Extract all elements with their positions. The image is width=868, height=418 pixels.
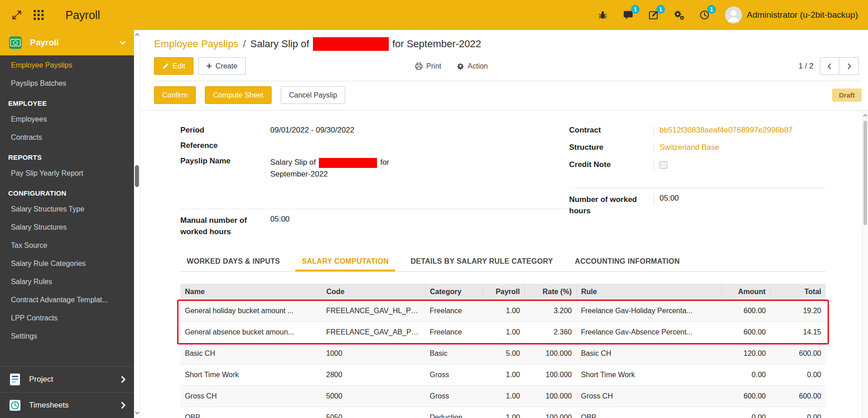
sidebar-item-salary-structures[interactable]: Salary Structures (0, 218, 134, 236)
cell-category: Gross (425, 364, 482, 386)
cell-payroll: 1.00 (482, 364, 525, 386)
column-header-category[interactable]: Category (425, 284, 482, 300)
spacer (569, 174, 826, 182)
apps-grid-icon[interactable] (32, 8, 45, 22)
sidebar-item-contract-advantage-templat[interactable]: Contract Advantage Templat... (0, 291, 134, 309)
cell-rate: 100.000 (525, 386, 576, 407)
previous-page-button[interactable] (820, 57, 839, 75)
messages-icon[interactable]: 1 (621, 8, 635, 22)
user-avatar[interactable] (725, 6, 742, 24)
scrollbar-up-arrow-icon[interactable] (134, 32, 140, 37)
bug-icon[interactable] (596, 8, 610, 22)
payslip-name-prefix: Salary Slip of (270, 158, 316, 167)
activities-icon[interactable]: 1 (647, 8, 660, 22)
timer-icon[interactable]: 1 (698, 8, 711, 22)
sidebar-item-salary-rule-categories[interactable]: Salary Rule Categories (0, 255, 134, 273)
cell-name: Short Time Work (180, 364, 322, 386)
table-row-highlighted[interactable]: General holiday bucket amount ...FREELAN… (180, 300, 826, 322)
cell-rule: Basic CH (576, 343, 721, 364)
sidebar-item-salary-structures-type[interactable]: Salary Structures Type (0, 200, 134, 218)
table-row[interactable]: Gross CH5000Gross1.00100.000Gross CH600.… (180, 386, 826, 407)
sidebar-item-tax-source[interactable]: Tax Source (0, 236, 134, 255)
cell-rate: 100.000 (525, 343, 576, 364)
field-reference: Reference (180, 138, 569, 153)
cell-total: 19.20 (770, 300, 826, 322)
tab-salary-computation[interactable]: SALARY COMPUTATION (295, 252, 395, 271)
content-area: Employee Payslips / Salary Slip of for S… (140, 30, 868, 418)
cell-name: Gross CH (180, 386, 322, 407)
scrollbar-thumb[interactable] (135, 165, 139, 187)
main-row: Payroll Employee PayslipsPayslips Batche… (0, 30, 868, 418)
cell-category: Freelance (425, 300, 482, 322)
table-row[interactable]: Short Time Work2800Gross1.00100.000Short… (180, 364, 826, 386)
topbar-right: 1 1 1 (584, 6, 858, 24)
sidebar-item-pay-slip-yearly-report[interactable]: Pay Slip Yearly Report (0, 164, 134, 182)
cell-rate: 100.000 (525, 407, 576, 418)
next-page-button[interactable] (839, 57, 859, 75)
sidebar-item-timesheets[interactable]: Timesheets (0, 392, 134, 418)
chevron-down-icon (119, 40, 126, 45)
cancel-payslip-button[interactable]: Cancel Payslip (281, 86, 345, 104)
structure-value-link[interactable]: Switzerland Base (654, 143, 719, 154)
sidebar-item-employees[interactable]: Employees (0, 110, 134, 128)
sidebar-item-salary-rules[interactable]: Salary Rules (0, 273, 134, 291)
column-header-payroll[interactable]: Payroll (482, 284, 525, 300)
cell-rate: 2.360 (525, 322, 576, 343)
action-button-label: Action (468, 62, 488, 70)
cell-amount: 600.00 (721, 322, 770, 343)
column-header-rule[interactable]: Rule (576, 284, 721, 300)
table-row-highlighted[interactable]: General absence bucket amoun...FREELANCE… (180, 322, 826, 343)
sidebar-item-project[interactable]: Project (0, 366, 134, 392)
column-header-code[interactable]: Code (322, 284, 425, 300)
messages-badge: 1 (631, 5, 640, 14)
confirm-button[interactable]: Confirm (154, 86, 196, 104)
scrollbar-thumb[interactable] (863, 121, 867, 225)
sidebar-item-employee-payslips[interactable]: Employee Payslips (0, 56, 134, 74)
breadcrumb-current-prefix: Salary Slip of (250, 38, 309, 50)
tab-accounting-information[interactable]: ACCOUNTING INFORMATION (569, 252, 686, 271)
cell-payroll: 1.00 (482, 386, 525, 407)
table-row[interactable]: OBP5050Deduction1.00100.000OBP0.000.00 (180, 407, 826, 418)
scrollbar-up-arrow-icon[interactable] (863, 113, 868, 118)
breadcrumb-parent-link[interactable]: Employee Payslips (154, 38, 238, 50)
sidebar-scrollbar[interactable] (134, 30, 140, 418)
cell-total: 600.00 (770, 386, 826, 407)
expand-icon[interactable] (10, 8, 24, 22)
edit-button[interactable]: Edit (154, 57, 193, 75)
action-buttons-row: Edit Create (154, 57, 862, 81)
main-scrollbar[interactable] (862, 111, 868, 418)
cell-name: OBP (180, 407, 322, 418)
tab-details-by-salary-rule-category[interactable]: DETAILS BY SALARY RULE CATEGORY (404, 252, 560, 271)
credit-note-checkbox[interactable] (660, 161, 667, 169)
sidebar-app-header[interactable]: Payroll (0, 30, 134, 55)
cell-category: Deduction (425, 407, 482, 418)
user-menu[interactable]: Administrator (u-2bit-backup) (747, 10, 858, 20)
payroll-app-icon (8, 35, 23, 50)
compute-sheet-button[interactable]: Compute Sheet (205, 86, 272, 104)
sidebar-item-settings[interactable]: Settings (0, 327, 134, 345)
action-menu-button[interactable]: Action (457, 62, 488, 70)
sidebar-item-payslips-batches[interactable]: Payslips Batches (0, 74, 134, 93)
tab-worked-days-inputs[interactable]: WORKED DAYS & INPUTS (180, 252, 286, 271)
control-panel-center: Print Action (415, 62, 488, 70)
chevron-right-icon (120, 376, 126, 383)
sidebar-item-contracts[interactable]: Contracts (0, 128, 134, 147)
timer-badge: 1 (707, 5, 716, 14)
app-title: Payroll (65, 9, 100, 22)
table-row[interactable]: Basic CH1000Basic5.00100.000Basic CH120.… (180, 343, 826, 364)
column-header-total[interactable]: Total (770, 284, 826, 300)
cell-name: Basic CH (180, 343, 322, 364)
cell-name: General holiday bucket amount ... (180, 300, 322, 322)
activities-badge: 1 (656, 5, 665, 14)
field-manual-worked-hours: Manual number of worked hours 05:00 (180, 209, 569, 241)
create-button[interactable]: Create (198, 57, 246, 75)
column-header-rate[interactable]: Rate (%) (525, 284, 576, 300)
print-button[interactable]: Print (415, 62, 441, 70)
contract-value-link[interactable]: bb512f30838aeaf4e0768997e2996b87 (654, 126, 793, 137)
cell-total: 600.00 (770, 343, 826, 364)
column-header-name[interactable]: Name (180, 284, 322, 300)
column-header-amount[interactable]: Amount (721, 284, 770, 300)
gears-icon[interactable] (672, 8, 686, 22)
scrollbar-down-arrow-icon[interactable] (134, 410, 140, 415)
sidebar-item-lpp-contracts[interactable]: LPP Contracts (0, 309, 134, 327)
